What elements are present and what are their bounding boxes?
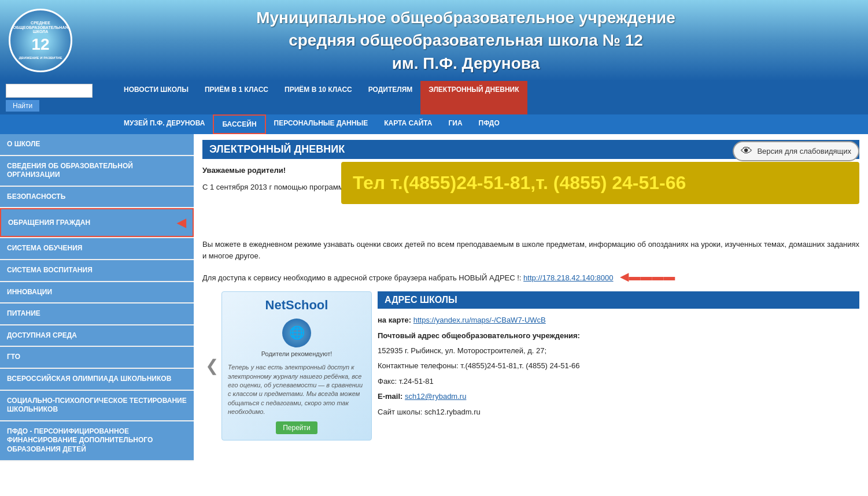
nav-novosti[interactable]: НОВОСТИ ШКОЛЫ [116, 81, 197, 114]
search-button[interactable]: Найти [6, 100, 39, 112]
sidebar-item-sistema-obucheniya[interactable]: СИСТЕМА ОБУЧЕНИЯ [0, 238, 194, 259]
arrow-right-icon: ◀▬▬▬▬ [620, 270, 675, 283]
sidebar-item-dostupnaya[interactable]: ДОСТУПНАЯ СРЕДА [0, 325, 194, 346]
nav-items-row1: НОВОСТИ ШКОЛЫ ПРИЁМ В 1 КЛАСС ПРИЁМ В 10… [116, 81, 527, 114]
nav-priem10[interactable]: ПРИЁМ В 10 КЛАСС [276, 81, 360, 114]
nav-row-2: МУЗЕЙ П.Ф. ДЕРУНОВА БАССЕЙН ПЕРСОНАЛЬНЫЕ… [0, 114, 868, 134]
school-logo: СРЕДНЕЕОБЩЕОБРАЗОВАТЕЛЬНАЯШКОЛА 12 ДВИЖЕ… [9, 9, 72, 72]
banner-spacer [202, 198, 859, 239]
address-box: АДРЕС ШКОЛЫ на карте: https://yandex.ru/… [378, 291, 859, 440]
search-input[interactable] [6, 84, 93, 98]
bottom-section: ❮ NetSchool 🌐 Родители рекомендуют! Тепе… [202, 291, 859, 440]
address-line2: 152935 г. Рыбинск, ул. Моторостроителей,… [378, 344, 859, 357]
nav-dnevnik[interactable]: ЭЛЕКТРОННЫЙ ДНЕВНИК [420, 81, 527, 114]
diary-link[interactable]: http://178.218.42.140:8000 [523, 273, 613, 282]
sidebar-item-svedeniya[interactable]: СВЕДЕНИЯ ОБ ОБРАЗОВАТЕЛЬНОЙ ОРГАНИЗАЦИИ [0, 156, 194, 186]
address-line1: Почтовый адрес общеобразовательного учре… [378, 329, 859, 342]
netschool-title: NetSchool [265, 298, 328, 313]
nav-pfdo[interactable]: ПФДО [471, 114, 508, 134]
eye-icon: 👁 [741, 145, 752, 158]
carousel-wrapper: ❮ NetSchool 🌐 Родители рекомендуют! Тепе… [202, 291, 372, 440]
netschool-quote: Теперь у нас есть электронный доступ к э… [228, 363, 365, 416]
email-link[interactable]: sch12@rybadm.ru [405, 392, 466, 401]
sidebar-item-sistema-vospit[interactable]: СИСТЕМА ВОСПИТАНИЯ [0, 260, 194, 281]
map-link[interactable]: https://yandex.ru/maps/-/CBaW7-UWcB [413, 316, 546, 324]
phone-banner-wrapper: Уважаемые родители! С 1 сентября 2013 г … [202, 165, 859, 194]
address-email-line: E-mail: sch12@rybadm.ru [378, 390, 859, 403]
main-layout: О ШКОЛЕ СВЕДЕНИЯ ОБ ОБРАЗОВАТЕЛЬНОЙ ОРГА… [0, 134, 868, 461]
content-top: 👁 Версия для слабовидящих ЭЛЕКТРОННЫЙ ДН… [202, 140, 859, 165]
address-header: АДРЕС ШКОЛЫ [378, 291, 859, 309]
netschool-panel: NetSchool 🌐 Родители рекомендуют! Теперь… [221, 291, 372, 440]
nav-personal[interactable]: ПЕРСОНАЛЬНЫЕ ДАННЫЕ [266, 114, 376, 134]
sidebar-item-o-shkole[interactable]: О ШКОЛЕ [0, 134, 194, 155]
phone-banner: Тел т.(4855)24-51-81,т. (4855) 24-51-66 [341, 162, 859, 204]
school-title: Муниципальное общеобразовательное учрежд… [72, 6, 859, 75]
netschool-recommend: Родители рекомендуют! [261, 350, 333, 357]
para3-text: Вы можете в ежедневном режиме узнавать о… [202, 239, 859, 263]
address-content: на карте: https://yandex.ru/maps/-/CBaW7… [378, 313, 859, 419]
vision-button[interactable]: 👁 Версия для слабовидящих [733, 141, 859, 161]
header: СРЕДНЕЕОБЩЕОБРАЗОВАТЕЛЬНАЯШКОЛА 12 ДВИЖЕ… [0, 0, 868, 81]
nav-row-1: Найти НОВОСТИ ШКОЛЫ ПРИЁМ В 1 КЛАСС ПРИЁ… [0, 81, 868, 114]
sidebar-item-obrashcheniya[interactable]: ОБРАЩЕНИЯ ГРАЖДАН ◀ [0, 208, 194, 237]
netschool-button[interactable]: Перейти [276, 421, 317, 434]
nav-gia[interactable]: ГИА [441, 114, 471, 134]
nav-muzey[interactable]: МУЗЕЙ П.Ф. ДЕРУНОВА [116, 114, 213, 134]
sidebar-item-innovatsii[interactable]: ИННОВАЦИИ [0, 282, 194, 303]
sidebar-item-olimpiada[interactable]: ВСЕРОССИЙСКАЯ ОЛИМПИАДА ШКОЛЬНИКОВ [0, 369, 194, 390]
content-area: 👁 Версия для слабовидящих ЭЛЕКТРОННЫЙ ДН… [194, 134, 868, 461]
sidebar: О ШКОЛЕ СВЕДЕНИЯ ОБ ОБРАЗОВАТЕЛЬНОЙ ОРГА… [0, 134, 194, 461]
nav-items-row2: МУЗЕЙ П.Ф. ДЕРУНОВА БАССЕЙН ПЕРСОНАЛЬНЫЕ… [116, 114, 508, 134]
sidebar-item-pfdo[interactable]: ПФДО - ПЕРСОНИФИЦИРОВАННОЕ ФИНАНСИРОВАНИ… [0, 421, 194, 460]
carousel-prev[interactable]: ❮ [202, 291, 221, 440]
address-map-line: на карте: https://yandex.ru/maps/-/CBaW7… [378, 313, 859, 327]
para4-text: Для доступа к сервису необходимо в адрес… [202, 267, 859, 286]
nav-priem1[interactable]: ПРИЁМ В 1 КЛАСС [197, 81, 276, 114]
address-fax: Факс: т.24-51-81 [378, 375, 859, 388]
nav-karta[interactable]: КАРТА САЙТА [376, 114, 440, 134]
netschool-globe: 🌐 [282, 319, 311, 347]
sidebar-item-psych[interactable]: СОЦИАЛЬНО-ПСИХОЛОГИЧЕСКОЕ ТЕСТИРОВАНИЕ Ш… [0, 391, 194, 420]
sidebar-item-pitanie[interactable]: ПИТАНИЕ [0, 303, 194, 324]
arrow-left-icon: ◀ [177, 215, 186, 230]
nav-bassein[interactable]: БАССЕЙН [213, 114, 265, 134]
nav-roditelyam[interactable]: РОДИТЕЛЯМ [360, 81, 421, 114]
address-phones: Контактные телефоны: т.(4855)24-51-81,т.… [378, 359, 859, 372]
address-site: Сайт школы: sch12.rybadm.ru [378, 405, 859, 419]
sidebar-item-bezopasnost[interactable]: БЕЗОПАСНОСТЬ [0, 187, 194, 208]
search-area: Найти [0, 81, 116, 114]
sidebar-item-gto[interactable]: ГТО [0, 347, 194, 368]
